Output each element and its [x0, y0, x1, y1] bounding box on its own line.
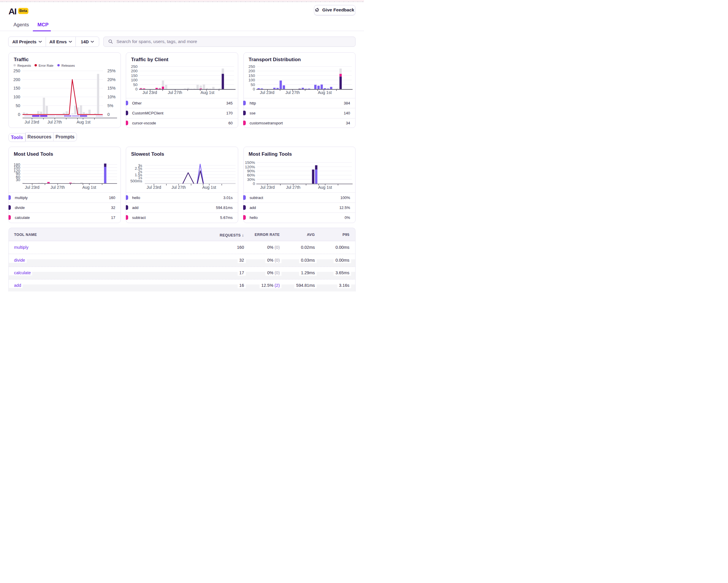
svg-text:50: 50 — [16, 103, 20, 108]
svg-text:90%: 90% — [247, 169, 255, 173]
svg-text:Aug 1st: Aug 1st — [77, 120, 91, 124]
svg-text:150: 150 — [14, 86, 21, 91]
svg-text:Jul 27th: Jul 27th — [285, 90, 300, 95]
svg-text:30: 30 — [16, 178, 20, 182]
svg-text:5%: 5% — [107, 103, 113, 108]
svg-text:Jul 23rd: Jul 23rd — [260, 185, 275, 189]
svg-text:Jul 23rd: Jul 23rd — [25, 185, 40, 189]
svg-text:0: 0 — [107, 112, 110, 117]
svg-text:0: 0 — [253, 181, 255, 186]
svg-text:0: 0 — [18, 112, 20, 117]
svg-text:0: 0 — [253, 87, 255, 91]
svg-text:60%: 60% — [247, 173, 255, 177]
svg-text:Jul 27th: Jul 27th — [172, 185, 186, 189]
svg-text:150: 150 — [249, 73, 255, 78]
svg-text:250: 250 — [249, 65, 255, 69]
svg-text:100: 100 — [249, 78, 255, 82]
svg-text:Jul 23rd: Jul 23rd — [260, 90, 275, 95]
svg-text:15%: 15% — [107, 86, 115, 91]
svg-text:150: 150 — [131, 73, 137, 78]
svg-text:Aug 1st: Aug 1st — [318, 90, 332, 95]
svg-text:25%: 25% — [107, 69, 115, 73]
svg-text:150%: 150% — [245, 160, 255, 165]
svg-text:Aug 1st: Aug 1st — [318, 185, 332, 189]
svg-text:Aug 1st: Aug 1st — [202, 185, 216, 189]
svg-text:250: 250 — [14, 69, 21, 73]
svg-text:100: 100 — [14, 95, 21, 99]
svg-text:Jul 27th: Jul 27th — [47, 120, 62, 124]
svg-text:500ms: 500ms — [130, 179, 142, 183]
svg-text:30%: 30% — [247, 177, 255, 182]
svg-text:Jul 23rd: Jul 23rd — [147, 185, 161, 189]
svg-text:20%: 20% — [107, 77, 115, 82]
svg-text:120%: 120% — [245, 165, 255, 169]
svg-text:200: 200 — [249, 69, 255, 73]
svg-text:200: 200 — [131, 69, 137, 73]
svg-text:Jul 27th: Jul 27th — [286, 185, 300, 189]
svg-text:Jul 23rd: Jul 23rd — [25, 120, 39, 124]
svg-text:0: 0 — [135, 87, 137, 91]
svg-text:50: 50 — [133, 82, 137, 87]
svg-text:Jul 23rd: Jul 23rd — [142, 90, 157, 95]
svg-text:250: 250 — [131, 65, 137, 69]
svg-text:Jul 27th: Jul 27th — [50, 185, 65, 189]
svg-text:Aug 1st: Aug 1st — [82, 185, 96, 189]
svg-text:100: 100 — [131, 78, 137, 82]
svg-text:Aug 1st: Aug 1st — [201, 90, 214, 95]
svg-text:50: 50 — [251, 82, 255, 87]
svg-text:10%: 10% — [107, 95, 115, 99]
svg-text:200: 200 — [14, 77, 21, 82]
svg-text:Jul 27th: Jul 27th — [168, 90, 182, 95]
